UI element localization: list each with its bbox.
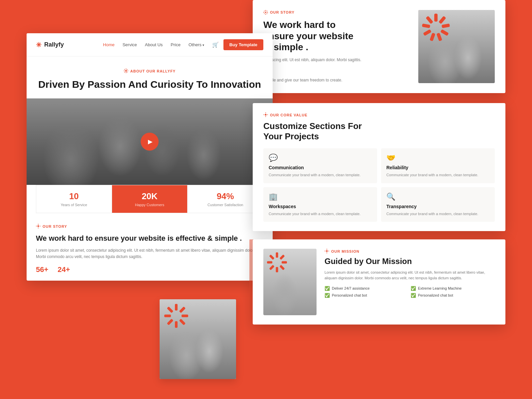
svg-rect-64 [325,251,326,251]
workspaces-icon: 🏢 [269,193,372,201]
svg-rect-16 [422,24,430,28]
svg-rect-58 [269,265,274,270]
value-reliability: 🤝 Reliability Communicate your brand wit… [381,148,495,183]
svg-rect-6 [267,13,268,14]
nav-service[interactable]: Service [122,42,137,47]
story-stats: 56+ 24+ [36,265,263,274]
mission-label-icon [325,249,329,254]
svg-rect-70 [477,392,478,392]
svg-rect-59 [267,261,272,264]
nav-others[interactable]: Others [189,42,204,47]
check-icon-2: ✅ [411,286,416,291]
story-label-icon [36,224,41,229]
nav-home[interactable]: Home [103,42,115,47]
hero-label: ABOUT OUR RALLYFY [36,68,263,74]
stat-years-value: 10 [40,191,108,201]
story-stat: + [263,68,410,76]
navbar: ✳ Rallyfy Home Service About Us Price Ot… [27,33,273,57]
svg-rect-69 [474,392,475,392]
story-image [418,10,495,83]
brand-name: Rallyfy [44,41,64,48]
vision-section-label: OUR VISION [474,390,505,394]
transparency-name: Transparency [386,204,489,209]
mission-sunburst [265,251,289,274]
mission-item-3: ✅ Personalized chat bot [325,293,409,298]
svg-rect-38 [36,226,37,226]
svg-rect-43 [179,319,186,325]
svg-rect-63 [327,252,327,253]
svg-rect-56 [279,265,285,270]
communication-icon: 💬 [269,154,372,162]
reliability-desc: Communicate your brand with a modern, cl… [386,172,489,178]
video-container[interactable] [27,98,273,185]
mission-item-4: ✅ Personalized chat bot [411,293,495,298]
story-image-people [160,299,236,379]
stat-years-label: Years of Service [40,203,108,207]
svg-rect-1 [265,10,266,11]
story-label: OUR STORY [263,10,410,15]
svg-rect-50 [265,116,266,117]
nav-about[interactable]: About Us [145,42,163,47]
svg-rect-7 [264,13,265,14]
svg-point-61 [326,250,328,252]
hero-section: ABOUT OUR RALLYFY Driven By Passion And … [27,57,273,90]
story-heading: We work hard toensure your websiteis sim… [263,19,410,53]
sunburst-decoration [421,13,451,43]
nav-price[interactable]: Price [171,42,181,47]
hero-title: Driven By Passion And Curiosity To Innov… [36,78,263,90]
story-image-card [160,299,236,379]
stat-satisfaction-label: Customer Satisfaction [191,203,260,207]
svg-rect-51 [263,114,264,115]
svg-rect-65 [328,251,329,251]
story-stat-2: 24+ [58,265,70,274]
workspaces-name: Workspaces [269,204,372,209]
svg-rect-44 [175,321,178,328]
svg-rect-41 [179,307,186,313]
story-body-text: adipiscing elit. Ut est nibh, aliquam do… [263,57,410,63]
svg-point-18 [125,70,127,72]
svg-rect-49 [265,112,266,113]
communication-desc: Communicate your brand with a modern, cl… [269,172,372,178]
value-transparency: 🔍 Transparency Communicate your brand wi… [381,187,495,222]
value-communication: 💬 Communication Communicate your brand w… [263,148,377,183]
svg-rect-39 [40,226,41,226]
story-stat-desc: flexible and give our team freedom to cr… [263,78,410,82]
story-section: OUR STORY We work hard to ensure your we… [27,213,273,281]
mission-img-bg [263,249,317,315]
svg-rect-46 [164,315,171,317]
check-icon-4: ✅ [411,293,416,298]
svg-rect-52 [267,114,268,115]
svg-rect-23 [124,69,125,70]
cart-icon[interactable]: 🛒 [212,42,219,48]
our-story-card: OUR STORY We work hard toensure your web… [253,0,505,93]
mission-label: OUR MISSION [325,249,495,254]
core-value-label: OUR CORE VALUE [263,112,495,118]
play-button[interactable] [141,133,159,151]
stat-satisfaction-value: 94% [191,191,260,201]
svg-rect-9 [434,14,438,22]
svg-rect-47 [167,307,174,313]
workspaces-desc: Communicate your brand with a modern, cl… [269,211,372,217]
value-workspaces: 🏢 Workspaces Communicate your brand with… [263,187,377,222]
buy-template-button[interactable]: Buy Template [223,39,263,50]
svg-rect-4 [267,12,268,13]
story-image-bg [418,10,495,83]
nav-links: Home Service About Us Price Others [103,42,204,47]
mission-content: OUR MISSION Guided by Our Mission Lorem … [325,249,495,315]
transparency-icon: 🔍 [386,193,489,201]
communication-name: Communication [269,165,372,170]
video-bg [27,98,273,185]
svg-rect-19 [126,68,126,69]
svg-rect-25 [126,69,127,70]
svg-point-48 [265,114,267,116]
section-icon [263,10,268,15]
svg-point-0 [265,12,266,13]
mission-image [263,249,317,315]
transparency-desc: Communicate your brand with a modern, cl… [386,211,489,217]
reliability-icon: 🤝 [386,154,489,162]
stat-customers: 20K Happy Customers [112,185,188,213]
svg-rect-24 [126,71,127,72]
reliability-name: Reliability [386,165,489,170]
mission-list: ✅ Deliver 24/7 assistance ✅ Extreme Lear… [325,286,495,298]
stat-satisfaction: 94% Customer Satisfaction [188,185,263,213]
